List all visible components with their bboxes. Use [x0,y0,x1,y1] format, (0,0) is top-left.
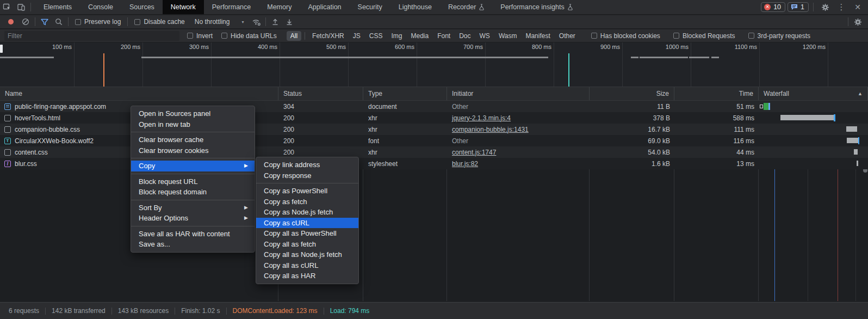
menu-item-copy-as-fetch[interactable]: Copy as fetch [256,197,358,207]
filter-pill-media[interactable]: Media [407,31,432,41]
menu-item-copy-all-as-node-js-fetch[interactable]: Copy all as Node.js fetch [256,249,358,260]
context-menu: Open in Sources panelOpen in new tabClea… [131,106,255,253]
network-conditions-icon[interactable] [249,15,263,29]
record-network-log-button[interactable] [8,19,14,24]
3rd-party-requests-checkbox[interactable]: 3rd-party requests [748,32,810,40]
filter-toggle-icon[interactable] [38,15,52,29]
initiator-link[interactable]: content.js:1747 [452,149,496,156]
menu-item-sort-by[interactable]: Sort By▶ [131,203,255,213]
menu-item-copy-as-node-js-fetch[interactable]: Copy as Node.js fetch [256,207,358,218]
settings-gear-icon[interactable] [818,0,832,14]
filter-pill-ws[interactable]: WS [476,31,494,41]
invert-checkbox[interactable]: Invert [187,32,213,40]
tab-application[interactable]: Application [300,0,349,14]
close-devtools-icon[interactable]: ✕ [851,0,865,14]
filter-input[interactable] [4,31,179,41]
timeline-tick: 900 ms [554,42,623,87]
clear-network-log-icon[interactable] [18,15,33,29]
menu-item-save-all-as-har-with-content[interactable]: Save all as HAR with content [131,229,255,240]
column-header-waterfall[interactable]: Waterfall▲ [759,87,868,100]
filter-pill-fetch-xhr[interactable]: Fetch/XHR [308,31,348,41]
column-header-initiator[interactable]: Initiator [447,87,590,100]
filter-pill-all[interactable]: All [287,31,301,41]
tab-lighthouse[interactable]: Lighthouse [390,0,440,14]
column-header-name[interactable]: Name [0,87,278,100]
menu-item-block-request-url[interactable]: Block request URL [131,176,255,187]
menu-item-clear-browser-cache[interactable]: Clear browser cache [131,134,255,145]
menu-separator [131,226,255,226]
device-toolbar-icon[interactable] [14,0,28,14]
menu-item-header-options[interactable]: Header Options▶ [131,213,255,224]
message-badge[interactable]: 1 [788,2,809,12]
waterfall-cell [759,124,868,135]
filter-pill-font[interactable]: Font [433,31,454,41]
network-settings-gear-icon[interactable] [851,15,865,29]
menu-item-clear-browser-cookies[interactable]: Clear browser cookies [131,145,255,156]
menu-item-block-request-domain[interactable]: Block request domain [131,187,255,198]
tab-elements[interactable]: Elements [35,0,80,14]
request-name: hoverTools.html [15,114,60,122]
menu-item-open-in-sources-panel[interactable]: Open in Sources panel [131,108,255,119]
menu-item-copy-as-powershell[interactable]: Copy as PowerShell [256,186,358,197]
column-header-type[interactable]: Type [363,87,447,100]
tab-network[interactable]: Network [163,0,204,14]
checkbox-icon [591,33,597,39]
divider [305,32,305,40]
column-header-size[interactable]: Size [590,87,674,100]
menu-item-copy[interactable]: Copy▶ [131,161,255,171]
inspect-element-icon[interactable] [0,0,14,14]
tab-performance[interactable]: Performance [204,0,259,14]
error-badge[interactable]: ✕ 10 [761,2,785,12]
tab-performance-insights[interactable]: Performance insights [492,0,580,14]
tab-console[interactable]: Console [80,0,121,14]
tab-sources[interactable]: Sources [121,0,163,14]
filter-pill-css[interactable]: CSS [365,31,387,41]
request-name: blur.css [15,160,37,168]
export-har-icon[interactable] [282,15,296,29]
menu-item-copy-all-as-har[interactable]: Copy all as HAR [256,271,358,281]
menu-item-copy-response[interactable]: Copy response [256,170,358,181]
menu-item-open-in-new-tab[interactable]: Open in new tab [131,119,255,130]
preserve-log-checkbox[interactable]: Preserve log [75,18,121,26]
blocked-requests-checkbox[interactable]: Blocked Requests [673,32,735,40]
import-har-icon[interactable] [268,15,282,29]
summary-domcontentloaded: DOMContentLoaded: 123 ms [233,307,318,315]
filter-pill-img[interactable]: Img [387,31,406,41]
initiator-link[interactable]: companion-bubble.js:1431 [452,126,529,133]
disable-cache-checkbox[interactable]: Disable cache [134,18,184,26]
menu-item-save-as[interactable]: Save as... [131,239,255,250]
menu-item-copy-all-as-curl[interactable]: Copy all as cURL [256,260,358,271]
initiator-link[interactable]: jquery-2.1.3.min.js:4 [452,114,511,122]
hide-data-urls-checkbox[interactable]: Hide data URLs [221,32,277,40]
menu-item-copy-all-as-fetch[interactable]: Copy all as fetch [256,239,358,250]
has-blocked-cookies-checkbox[interactable]: Has blocked cookies [591,32,660,40]
filter-pill-manifest[interactable]: Manifest [522,31,554,41]
column-header-status[interactable]: Status [278,87,363,100]
network-overview-timeline[interactable]: 100 ms200 ms300 ms400 ms500 ms600 ms700 … [0,42,868,87]
more-options-icon[interactable]: ⋮ [834,0,848,14]
filter-pill-doc[interactable]: Doc [455,31,474,41]
menu-item-label: Clear browser cache [139,134,203,145]
overview-request-bar [631,57,638,58]
summary-load: Load: 794 ms [330,307,370,315]
filter-pill-js[interactable]: JS [349,31,364,41]
tab-recorder[interactable]: Recorder [440,0,492,14]
extra-filter-checkboxes: Has blocked cookiesBlocked Requests3rd-p… [587,32,815,40]
time-cell: 13 ms [674,158,759,169]
type-cell: stylesheet [363,158,447,169]
search-icon[interactable] [52,15,66,29]
tab-security[interactable]: Security [350,0,390,14]
panel-tabs: ElementsConsoleSourcesNetworkPerformance… [35,0,581,14]
menu-item-copy-as-curl[interactable]: Copy as cURL [256,218,358,229]
menu-item-copy-link-address[interactable]: Copy link address [256,160,358,170]
menu-item-label: Copy as Node.js fetch [264,207,333,218]
overview-selection-handle[interactable] [0,45,3,53]
column-header-time[interactable]: Time [674,87,759,100]
initiator-link[interactable]: blur.js:82 [452,160,478,168]
stylesheet-file-icon: / [4,161,11,167]
filter-pill-wasm[interactable]: Wasm [495,31,521,41]
menu-item-copy-all-as-powershell[interactable]: Copy all as PowerShell [256,228,358,239]
throttling-select[interactable]: No throttling ▾ [195,18,244,26]
tab-memory[interactable]: Memory [259,0,300,14]
filter-pill-other[interactable]: Other [555,31,579,41]
